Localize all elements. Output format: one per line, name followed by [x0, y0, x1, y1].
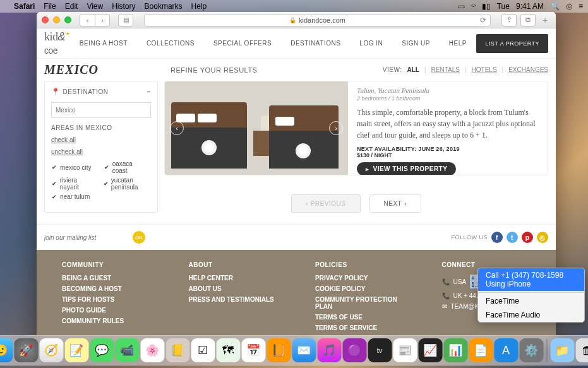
edit-menu[interactable]: Edit [65, 2, 78, 11]
spotlight-icon[interactable]: 🔍 [550, 2, 560, 11]
nav-sign-up[interactable]: SIGN UP [402, 40, 430, 47]
footer-link[interactable]: COMMUNITY PROTECTION PLAN [315, 296, 404, 310]
ctx-facetime[interactable]: FaceTime [478, 294, 584, 308]
forward-button[interactable]: › [95, 14, 110, 27]
dock-pages[interactable]: 📄 [469, 338, 493, 362]
battery-icon[interactable]: ▮▯ [482, 2, 491, 11]
refine-label: REFINE YOUR RESULTS [171, 66, 370, 74]
new-tab-button[interactable]: + [539, 14, 551, 27]
destination-input[interactable] [51, 102, 151, 118]
control-center-icon[interactable]: ◎ [566, 2, 572, 11]
app-menu[interactable]: Safari [14, 2, 35, 11]
sidebar-toggle[interactable]: ▤ [118, 14, 133, 27]
zoom-button[interactable] [64, 16, 71, 23]
newsletter-submit[interactable]: OK [133, 231, 145, 244]
next-page-button[interactable]: NEXT› [369, 194, 422, 213]
history-menu[interactable]: History [112, 2, 135, 11]
footer-link[interactable]: ABOUT US [189, 285, 278, 292]
dock-stocks[interactable]: 📈 [418, 338, 442, 362]
wifi-icon[interactable]: ⌔ [471, 2, 476, 11]
dock-calendar[interactable]: 📅 [241, 338, 265, 362]
nav-being-a-host[interactable]: BEING A HOST [80, 40, 128, 47]
footer-link[interactable]: PRESS AND TESTIMONIALS [189, 296, 278, 303]
dock-trash[interactable]: 🗑 [575, 338, 588, 362]
dock-downloads[interactable]: 📁 [550, 338, 574, 362]
footer-link[interactable]: COMMUNITY RULES [62, 318, 151, 324]
reload-icon[interactable]: ⟳ [480, 16, 486, 25]
area-check[interactable]: ✔riviera nayarit [51, 177, 97, 191]
ctx-call-iphone[interactable]: Call +1 (347) 708-1598 Using iPhone [478, 268, 584, 291]
dock-safari[interactable]: 🧭 [39, 338, 63, 362]
clock-day[interactable]: Tue [497, 2, 510, 11]
ctx-facetime-audio[interactable]: FaceTime Audio [478, 308, 584, 322]
newsletter-input[interactable] [44, 234, 133, 241]
notifications-icon[interactable]: ≡ [579, 2, 583, 11]
instagram-icon[interactable]: ◎ [537, 232, 548, 243]
area-check[interactable]: ✔oaxaca coast [104, 160, 150, 174]
facebook-icon[interactable]: f [491, 232, 503, 243]
site-logo[interactable]: kid&✦coe [44, 30, 70, 57]
footer-link[interactable]: COOKIE POLICY [315, 285, 404, 292]
footer-link[interactable]: BECOMING A HOST [62, 285, 151, 292]
dock-notes[interactable]: 📝 [64, 338, 88, 362]
nav-destinations[interactable]: DESTINATIONS [291, 40, 340, 47]
dock-books[interactable]: 📙 [267, 338, 291, 362]
view-exchanges[interactable]: EXCHANGES [508, 66, 548, 73]
uncheck-all-link[interactable]: uncheck all [51, 148, 151, 155]
footer-link[interactable]: HELP CENTER [189, 275, 278, 282]
dock-tv[interactable]: tv [368, 338, 392, 362]
view-property-button[interactable]: VIEW THIS PROPERTY [357, 162, 456, 175]
view-hotels[interactable]: HOTELS [472, 66, 497, 73]
dock-launchpad[interactable]: 🚀 [14, 338, 38, 362]
prev-image-button[interactable]: ‹ [170, 121, 184, 135]
nav-collections[interactable]: COLLECTIONS [147, 40, 195, 47]
nav-help[interactable]: HELP [449, 40, 467, 47]
nav-special-offers[interactable]: SPECIAL OFFERS [213, 40, 272, 47]
pinterest-icon[interactable]: p [522, 232, 533, 243]
area-check[interactable]: ✔yucatan peninsula [104, 177, 150, 191]
area-check[interactable]: ✔near tulum [51, 193, 97, 200]
view-all[interactable]: ALL [407, 66, 419, 73]
view-rentals[interactable]: RENTALS [431, 66, 460, 73]
dock-numbers[interactable]: 📊 [443, 338, 467, 362]
dock-reminders[interactable]: ☑ [191, 338, 215, 362]
collapse-icon[interactable]: − [147, 88, 151, 95]
bookmarks-menu[interactable]: Bookmarks [145, 2, 183, 11]
back-button[interactable]: ‹ [80, 14, 95, 27]
dock-appstore[interactable]: A [494, 338, 518, 362]
dock-messages[interactable]: 💬 [90, 338, 114, 362]
check-all-link[interactable]: check all [51, 136, 151, 143]
dock-settings[interactable]: ⚙️ [519, 338, 543, 362]
view-menu[interactable]: View [87, 2, 103, 11]
list-property-button[interactable]: LIST A PROPERTY [476, 34, 548, 53]
footer-link[interactable]: BEING A GUEST [62, 275, 151, 282]
dock-podcasts[interactable]: 🟣 [342, 338, 366, 362]
dock-mail[interactable]: ✉️ [292, 338, 316, 362]
help-menu[interactable]: Help [191, 2, 207, 11]
footer-link[interactable]: PRIVACY POLICY [315, 275, 404, 282]
dock-finder[interactable]: 🙂 [0, 338, 13, 362]
dock-facetime[interactable]: 📹 [115, 338, 139, 362]
nav-log-in[interactable]: LOG IN [359, 40, 383, 47]
share-button[interactable]: ⇪ [501, 14, 517, 27]
clock-time[interactable]: 9:41 AM [516, 2, 544, 11]
tabs-button[interactable]: ⧉ [520, 14, 536, 27]
dock-news[interactable]: 📰 [393, 338, 417, 362]
next-image-button[interactable]: › [329, 121, 343, 135]
dock-music[interactable]: 🎵 [317, 338, 341, 362]
footer-link[interactable]: PHOTO GUIDE [62, 307, 151, 314]
dock-maps[interactable]: 🗺 [216, 338, 240, 362]
footer-link[interactable]: TERMS OF USE [315, 314, 404, 321]
footer-link[interactable]: TERMS OF SERVICE [315, 324, 404, 331]
dock-contacts[interactable]: 📒 [165, 338, 189, 362]
file-menu[interactable]: File [44, 2, 56, 11]
area-check[interactable]: ✔mexico city [51, 160, 97, 174]
airplay-icon[interactable]: ▭ [458, 2, 465, 11]
twitter-icon[interactable]: t [507, 232, 518, 243]
dock-photos[interactable]: 🌸 [140, 338, 164, 362]
close-button[interactable] [42, 16, 49, 23]
property-image[interactable]: ‹ › [165, 81, 348, 175]
minimize-button[interactable] [53, 16, 60, 23]
address-bar[interactable]: 🔒 kidandcoe.com ⟳ [144, 14, 491, 27]
footer-link[interactable]: TIPS FOR HOSTS [62, 296, 151, 303]
